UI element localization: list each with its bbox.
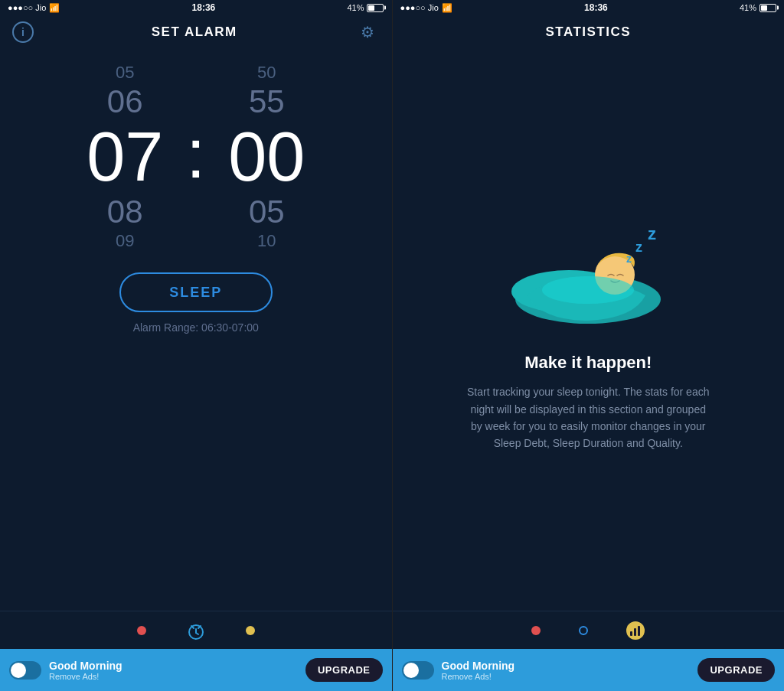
tab-bar-right: [393, 611, 785, 649]
min-current: 00: [228, 122, 305, 191]
time-picker[interactable]: 05 06 07 08 09 : 50 55 00 05 10: [87, 64, 305, 249]
page-title-left: SET ALARM: [152, 24, 237, 40]
settings-button[interactable]: ⚙: [355, 20, 380, 44]
hour-next2: 09: [116, 233, 134, 249]
tab-dot-blue-right[interactable]: [579, 626, 588, 635]
nav-bar-left: i SET ALARM ⚙: [0, 15, 392, 49]
min-next2: 10: [257, 233, 276, 249]
ad-title-right: Good Morning: [442, 660, 691, 672]
status-bar-right: ●●●○○ Jio 📶 18:36 41%: [393, 0, 785, 15]
ad-text-right: Good Morning Remove Ads!: [442, 660, 691, 681]
svg-line-2: [196, 633, 198, 634]
alarm-content: 05 06 07 08 09 : 50 55 00 05 10 SLEEP Al…: [0, 49, 392, 611]
carrier-right: ●●●○○ Jio: [400, 3, 439, 12]
wifi-icon-right: 📶: [442, 3, 452, 13]
ad-text-left: Good Morning Remove Ads!: [49, 660, 298, 681]
ad-bar-left: Good Morning Remove Ads! UPGRADE: [0, 649, 392, 691]
right-panel: ●●●○○ Jio 📶 18:36 41% STATISTICS: [393, 0, 785, 691]
alarm-range-text: Alarm Range: 06:30-07:00: [133, 321, 259, 334]
page-title-right: STATISTICS: [545, 24, 631, 40]
upgrade-button-right[interactable]: UPGRADE: [697, 658, 775, 682]
hour-next: 08: [107, 194, 143, 230]
svg-rect-14: [638, 626, 640, 636]
carrier-left: ●●●○○ Jio: [8, 3, 46, 12]
ad-toggle-right[interactable]: [402, 661, 434, 680]
stats-content: z z z Make it happen! Start tracking you…: [393, 49, 785, 611]
battery-pct-right: 41%: [740, 3, 756, 12]
hour-current: 07: [87, 122, 163, 191]
svg-point-8: [542, 276, 634, 304]
tab-chart-active[interactable]: [626, 621, 645, 640]
time-colon: :: [186, 119, 205, 188]
svg-rect-13: [634, 628, 636, 636]
stats-body: Start tracking your sleep tonight. The s…: [466, 383, 710, 452]
tab-alarm-active[interactable]: [185, 619, 207, 642]
time-right: 18:36: [584, 2, 608, 13]
svg-text:z: z: [635, 240, 642, 255]
battery-icon-left: [367, 4, 384, 12]
ad-sub-left: Remove Ads!: [49, 672, 298, 681]
tab-dot-yellow-left[interactable]: [246, 626, 255, 635]
upgrade-button-left[interactable]: UPGRADE: [305, 658, 383, 682]
sleep-button[interactable]: SLEEP: [119, 272, 273, 312]
stats-headline: Make it happen!: [524, 353, 652, 373]
info-button[interactable]: i: [12, 21, 34, 43]
status-right-right: 41%: [740, 3, 776, 12]
min-prev2: 50: [257, 64, 276, 81]
hour-prev: 06: [107, 84, 143, 119]
status-left-left: ●●●○○ Jio 📶: [8, 3, 60, 13]
battery-pct-left: 41%: [347, 3, 364, 12]
left-panel: ●●●○○ Jio 📶 18:36 41% i SET ALARM ⚙ 05 0…: [0, 0, 392, 691]
status-bar-left: ●●●○○ Jio 📶 18:36 41%: [0, 0, 392, 15]
nav-bar-right: STATISTICS: [393, 15, 785, 49]
ad-sub-right: Remove Ads!: [442, 672, 691, 681]
minute-drum[interactable]: 50 55 00 05 10: [228, 64, 305, 249]
min-next: 05: [249, 194, 285, 230]
svg-text:z: z: [648, 224, 656, 243]
ad-bar-right: Good Morning Remove Ads! UPGRADE: [393, 649, 785, 691]
hour-drum[interactable]: 05 06 07 08 09: [87, 64, 163, 249]
wifi-icon-left: 📶: [49, 3, 60, 13]
status-right-left: 41%: [347, 3, 384, 12]
sleep-illustration: z z z: [504, 207, 672, 330]
hour-prev2: 05: [116, 64, 134, 81]
tab-dot-red-right[interactable]: [531, 626, 541, 635]
ad-toggle-left[interactable]: [9, 661, 41, 680]
svg-text:z: z: [626, 253, 632, 265]
battery-icon-right: [760, 4, 776, 12]
time-left: 18:36: [192, 2, 216, 13]
tab-bar-left: [0, 611, 392, 649]
min-prev: 55: [249, 84, 285, 119]
svg-rect-12: [630, 631, 632, 636]
tab-dot-red-left[interactable]: [137, 626, 146, 635]
ad-title-left: Good Morning: [49, 660, 298, 672]
status-left-right: ●●●○○ Jio 📶: [400, 3, 452, 13]
